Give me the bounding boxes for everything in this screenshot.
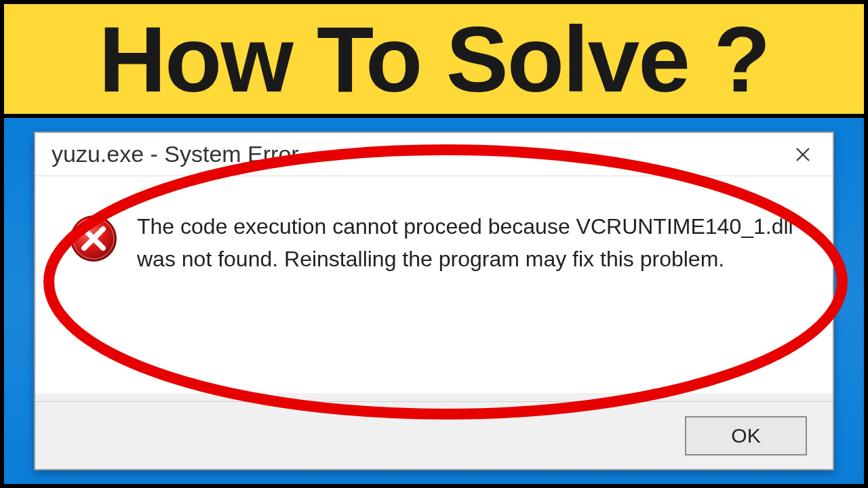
ok-button-label: OK — [731, 424, 760, 447]
error-dialog: yuzu.exe - System Error — [34, 131, 834, 470]
dialog-title: yuzu.exe - System Error — [52, 141, 299, 167]
dialog-footer: OK — [35, 401, 833, 469]
close-button[interactable] — [784, 136, 822, 174]
banner-title: How To Solve ? — [98, 5, 769, 113]
error-message: The code execution cannot proceed becaus… — [137, 210, 799, 275]
thumbnail-banner: How To Solve ? — [0, 0, 868, 114]
dialog-body: The code execution cannot proceed becaus… — [35, 176, 833, 393]
close-icon — [795, 146, 811, 163]
error-icon — [69, 214, 118, 266]
ok-button[interactable]: OK — [685, 416, 807, 455]
dialog-titlebar: yuzu.exe - System Error — [35, 133, 833, 176]
desktop-background: yuzu.exe - System Error — [0, 114, 868, 488]
